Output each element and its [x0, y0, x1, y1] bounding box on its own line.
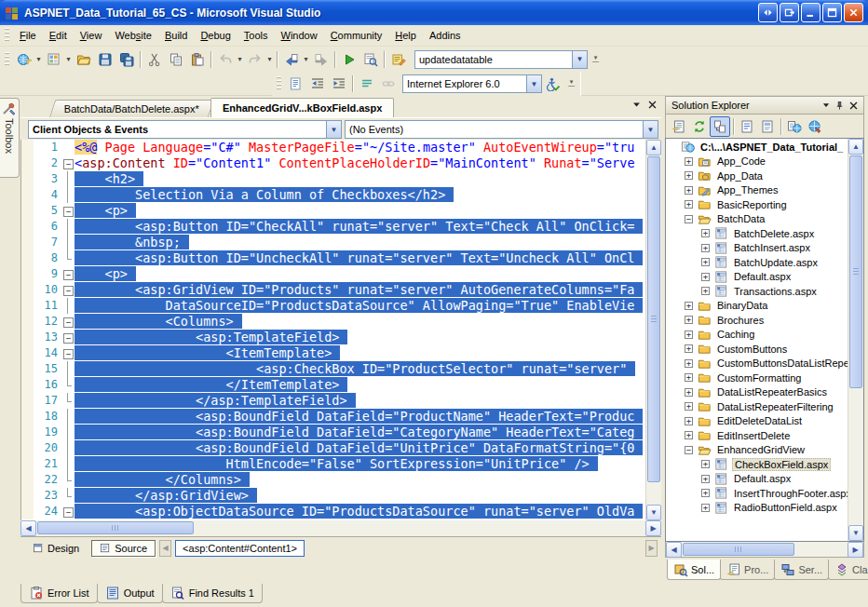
- tree-item-label[interactable]: InsertThroughFooter.aspx: [732, 488, 848, 499]
- tree-item-label[interactable]: BatchDelete.aspx: [732, 228, 816, 239]
- code-line-10[interactable]: 10 <asp:GridView ID="Products" runat="se…: [21, 282, 645, 298]
- tag-navigator-breadcrumb[interactable]: <asp:Content#Content1>: [175, 540, 305, 557]
- tree-item-label[interactable]: Default.aspx: [732, 473, 793, 484]
- tree-item-datalistrepeaterbasics[interactable]: +DataListRepeaterBasics: [666, 385, 848, 400]
- code-text[interactable]: &nbsp;: [75, 235, 645, 250]
- outline-margin[interactable]: [61, 282, 75, 298]
- expand-icon[interactable]: +: [685, 402, 693, 411]
- toolbar-overflow-button[interactable]: ▾—: [590, 49, 602, 70]
- tag-nav-right-icon[interactable]: ▶: [645, 540, 658, 557]
- code-text[interactable]: <asp:TemplateField>: [75, 330, 645, 345]
- code-line-13[interactable]: 13 <asp:TemplateField>: [21, 330, 645, 345]
- tree-item-label[interactable]: BasicReporting: [715, 199, 789, 210]
- undo-button[interactable]: [214, 49, 236, 70]
- undock-window-button[interactable]: [780, 3, 799, 22]
- expand-icon[interactable]: +: [685, 171, 693, 180]
- navigate-backward-button[interactable]: [280, 49, 302, 70]
- check-accessibility-button[interactable]: [542, 74, 563, 94]
- tree-item-label[interactable]: App_Code: [715, 155, 767, 167]
- solution-tree[interactable]: C:\...\ASPNET_Data_Tutorial_+App_Code+Ap…: [666, 139, 848, 541]
- undo-dropdown-icon[interactable]: ▾: [236, 49, 244, 70]
- tree-item-editinsertdelete[interactable]: +EditInsertDelete: [666, 428, 848, 443]
- menu-window[interactable]: Window: [275, 27, 324, 44]
- solution-explorer-header[interactable]: Solution Explorer: [665, 96, 864, 114]
- panel-tab-server-explorer[interactable]: Ser...: [774, 560, 829, 580]
- expand-icon[interactable]: +: [685, 388, 693, 397]
- code-line-17[interactable]: 17 </asp:TemplateField>: [21, 393, 645, 409]
- outline-margin[interactable]: [61, 314, 75, 330]
- code-text[interactable]: <asp:BoundField DataField="UnitPrice" Da…: [75, 440, 645, 456]
- editor-horizontal-scrollbar[interactable]: ◀ ▶: [20, 520, 661, 536]
- code-line-14[interactable]: 14 <ItemTemplate>: [21, 345, 645, 361]
- chevron-down-icon[interactable]: ▼: [526, 75, 541, 92]
- menu-file[interactable]: File: [13, 27, 43, 44]
- close-button[interactable]: [844, 3, 863, 22]
- code-line-1[interactable]: 1<%@ Page Language="C#" MasterPageFile="…: [21, 140, 645, 155]
- expand-icon[interactable]: +: [685, 186, 693, 195]
- scroll-down-icon[interactable]: ▼: [646, 505, 661, 520]
- new-website-button[interactable]: [13, 49, 34, 70]
- format-document-button[interactable]: [285, 74, 306, 94]
- tree-vertical-scrollbar[interactable]: ▲ ▼: [848, 139, 863, 541]
- tab-batchdelete[interactable]: BatchData/BatchDelete.aspx*: [49, 100, 214, 117]
- design-view-button[interactable]: Design: [24, 540, 88, 557]
- tree-item-custombuttons[interactable]: +CustomButtons: [666, 342, 848, 357]
- tree-item-label[interactable]: App_Themes: [715, 184, 780, 196]
- navigate-backward-dropdown-icon[interactable]: ▾: [302, 49, 310, 70]
- code-line-8[interactable]: 8 <asp:Button ID="UncheckAll" runat="ser…: [21, 250, 645, 266]
- view-in-browser-button[interactable]: [359, 49, 381, 70]
- object-combo[interactable]: Client Objects & Events ▼: [28, 120, 342, 139]
- menu-community[interactable]: Community: [324, 27, 389, 44]
- code-text[interactable]: <asp:BoundField DataField="CategoryName"…: [75, 425, 645, 440]
- redo-button[interactable]: [244, 49, 265, 70]
- code-text[interactable]: <Columns>: [75, 314, 645, 330]
- close-panel-icon[interactable]: [847, 99, 861, 113]
- aspnet-configuration-button[interactable]: [805, 116, 825, 137]
- code-text[interactable]: <asp:CheckBox ID="ProductSelector" runat…: [75, 361, 645, 377]
- tree-item-checkboxfield-aspx[interactable]: +CheckBoxField.aspx: [666, 457, 848, 472]
- code-text[interactable]: <asp:BoundField DataField="ProductName" …: [75, 409, 645, 425]
- code-text[interactable]: </ItemTemplate>: [75, 377, 645, 393]
- tree-item-transactions-aspx[interactable]: +Transactions.aspx: [666, 284, 848, 299]
- vertical-scroll-thumb[interactable]: [647, 156, 660, 482]
- outline-margin[interactable]: [61, 345, 75, 361]
- event-combo[interactable]: (No Events) ▼: [345, 120, 658, 139]
- horizontal-scroll-thumb[interactable]: [683, 543, 794, 556]
- expand-icon[interactable]: +: [685, 417, 693, 425]
- view-code-button[interactable]: [737, 116, 757, 137]
- tag-nav-left-icon[interactable]: ◀: [159, 540, 171, 557]
- code-text[interactable]: </asp:GridView>: [75, 488, 645, 504]
- window-position-chevron-icon[interactable]: [819, 99, 833, 113]
- tree-item-label[interactable]: Brochures: [715, 315, 766, 326]
- code-text[interactable]: </Columns>: [75, 472, 645, 488]
- tree-item-basicreporting[interactable]: +BasicReporting: [666, 197, 848, 212]
- scroll-left-icon[interactable]: ◀: [20, 520, 36, 536]
- expand-icon[interactable]: +: [685, 373, 693, 382]
- tree-item-label[interactable]: BatchData: [715, 213, 766, 224]
- code-text-area[interactable]: 1<%@ Page Language="C#" MasterPageFile="…: [21, 140, 645, 520]
- outline-margin[interactable]: [61, 203, 75, 219]
- tree-item-batchinsert-aspx[interactable]: +BatchInsert.aspx: [666, 241, 848, 256]
- code-line-4[interactable]: 4 Selection Via a Column of Checkboxes</…: [21, 187, 645, 203]
- hyperlink-button[interactable]: [377, 74, 399, 94]
- editor-vertical-scrollbar[interactable]: ▲ ▼: [645, 140, 661, 520]
- tree-item-radiobuttonfield-aspx[interactable]: +RadioButtonField.aspx: [666, 501, 848, 516]
- tree-item-label[interactable]: EditDeleteDataList: [715, 415, 804, 426]
- code-line-22[interactable]: 22 </Columns>: [21, 472, 645, 488]
- save-button[interactable]: [94, 49, 115, 70]
- code-editor[interactable]: 1<%@ Page Language="C#" MasterPageFile="…: [20, 140, 661, 520]
- code-text[interactable]: <asp:Button ID="UncheckAll" runat="serve…: [75, 250, 645, 266]
- decrease-indent-button[interactable]: [306, 74, 328, 94]
- find-in-files-button[interactable]: [387, 49, 409, 70]
- code-text[interactable]: </asp:TemplateField>: [75, 393, 645, 409]
- code-text[interactable]: <asp:ObjectDataSource ID="ProductsDataSo…: [75, 504, 645, 519]
- tree-item-label[interactable]: CheckBoxField.aspx: [732, 458, 831, 471]
- tree-item-brochures[interactable]: +Brochures: [666, 313, 848, 328]
- outline-margin[interactable]: [61, 155, 75, 171]
- code-line-19[interactable]: 19 <asp:BoundField DataField="CategoryNa…: [21, 425, 645, 440]
- expand-icon[interactable]: +: [701, 229, 710, 237]
- add-new-item-dropdown-icon[interactable]: ▾: [64, 49, 73, 70]
- code-text[interactable]: <asp:Button ID="CheckAll" runat="server"…: [75, 219, 645, 235]
- expand-icon[interactable]: +: [701, 489, 710, 497]
- tree-item-app-themes[interactable]: +App_Themes: [666, 183, 848, 198]
